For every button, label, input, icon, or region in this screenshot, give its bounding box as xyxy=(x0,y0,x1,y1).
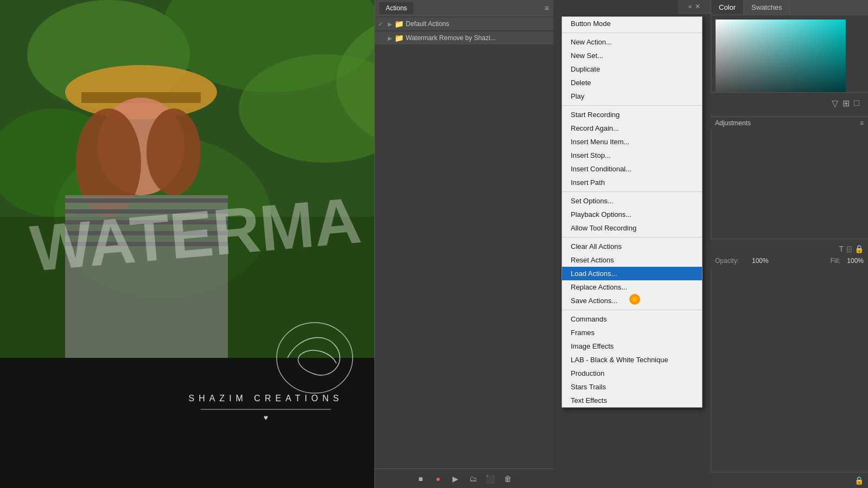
menu-item-frames[interactable]: Frames xyxy=(562,326,702,339)
menu-item-allow-tool-recording[interactable]: Allow Tool Recording xyxy=(562,221,702,235)
menu-item-commands[interactable]: Commands xyxy=(562,312,702,326)
transform-icon[interactable]: ⌹ xyxy=(847,245,851,253)
right-panel: Color Swatches ▽ ⊞ □ Adjustments xyxy=(711,0,868,488)
menu-item-delete[interactable]: Delete xyxy=(562,76,702,89)
record-button[interactable]: ● xyxy=(433,473,444,484)
divider-1 xyxy=(562,33,702,33)
menu-item-play[interactable]: Play xyxy=(562,89,702,103)
svg-text:SHAZIM CREATIONS: SHAZIM CREATIONS xyxy=(188,394,343,403)
new-set-button[interactable]: 🗂 xyxy=(468,473,478,484)
folder-icon-watermark: 📁 xyxy=(394,34,404,42)
menu-item-button-mode[interactable]: Button Mode xyxy=(562,17,702,30)
fill-value[interactable]: 100% xyxy=(847,257,864,265)
menu-item-playback-options[interactable]: Playback Options... xyxy=(562,208,702,221)
menu-item-image-effects[interactable]: Image Effects xyxy=(562,339,702,353)
opacity-label: Opacity: xyxy=(715,257,748,265)
menu-item-load-actions[interactable]: Load Actions... xyxy=(562,267,702,280)
adjustments-menu[interactable]: ≡ xyxy=(860,119,864,127)
tab-color[interactable]: Color xyxy=(711,0,744,15)
divider-3 xyxy=(562,191,702,192)
svg-text:♥: ♥ xyxy=(264,413,268,422)
divider-2 xyxy=(562,105,702,106)
menu-item-insert-path[interactable]: Insert Path xyxy=(562,176,702,189)
delete-button[interactable]: 🗑 xyxy=(502,473,513,484)
text-tool-icon[interactable]: T xyxy=(839,245,844,253)
triangle-icon[interactable]: ▽ xyxy=(832,98,838,108)
menu-item-clear-all[interactable]: Clear All Actions xyxy=(562,240,702,253)
lock-icon[interactable]: 🔒 xyxy=(854,245,864,253)
menu-item-insert-menu[interactable]: Insert Menu Item... xyxy=(562,135,702,149)
play-button[interactable]: ▶ xyxy=(450,473,461,484)
lock-footer-icon[interactable]: 🔒 xyxy=(854,476,864,485)
action-check-watermark: ✓ xyxy=(378,35,386,42)
action-check-default: ✓ xyxy=(378,21,386,28)
menu-item-replace-actions[interactable]: Replace Actions... xyxy=(562,280,702,294)
actions-panel-header: Actions ≡ xyxy=(375,0,553,16)
menu-item-new-action[interactable]: New Action... xyxy=(562,35,702,49)
action-group-default[interactable]: ✓ ▶ 📁 Default Actions xyxy=(375,17,553,30)
right-panel-tabs: Color Swatches xyxy=(711,0,868,15)
svg-point-13 xyxy=(146,108,201,195)
action-name-default: Default Actions xyxy=(406,20,550,28)
menu-item-duplicate[interactable]: Duplicate xyxy=(562,62,702,76)
dropdown-menu: Button Mode New Action... New Set... Dup… xyxy=(561,16,703,408)
divider-5 xyxy=(562,310,702,310)
tab-swatches[interactable]: Swatches xyxy=(744,0,790,15)
menu-item-stars-trails[interactable]: Stars Trails xyxy=(562,380,702,394)
collapse-button[interactable]: « xyxy=(688,3,692,10)
menu-item-set-options[interactable]: Set Options... xyxy=(562,194,702,208)
menu-item-insert-stop[interactable]: Insert Stop... xyxy=(562,149,702,162)
menu-item-insert-conditional[interactable]: Insert Conditional... xyxy=(562,162,702,176)
menu-item-new-set[interactable]: New Set... xyxy=(562,49,702,62)
opacity-row: Opacity: 100% Fill: 100% xyxy=(715,255,864,266)
panel-footer: 🔒 xyxy=(711,472,868,488)
action-group-watermark[interactable]: ✓ ▶ 📁 Watermark Remove by Shazi... xyxy=(375,31,553,44)
adjustments-label: Adjustments xyxy=(715,119,751,127)
action-name-watermark: Watermark Remove by Shazi... xyxy=(406,34,550,42)
actions-panel-content: ✓ ▶ 📁 Default Actions ✓ ▶ 📁 Watermark Re… xyxy=(375,16,553,468)
actions-tab[interactable]: Actions xyxy=(379,2,413,14)
adjustment-icons: ▽ ⊞ □ xyxy=(711,92,868,114)
divider-4 xyxy=(562,237,702,237)
panel-menu-icon[interactable]: ≡ xyxy=(545,4,549,12)
opacity-value[interactable]: 100% xyxy=(752,257,769,265)
menu-item-save-actions[interactable]: Save Actions... xyxy=(562,294,702,307)
actions-panel: Actions ≡ ✓ ▶ 📁 Default Actions ✓ ▶ 📁 Wa… xyxy=(374,0,553,488)
layer-properties: T ⌹ 🔒 Opacity: 100% Fill: 100% xyxy=(711,239,868,269)
menu-item-text-effects[interactable]: Text Effects xyxy=(562,394,702,407)
new-action-button[interactable]: ⬛ xyxy=(485,473,496,484)
close-button[interactable]: ✕ xyxy=(695,3,700,10)
adjustments-header: Adjustments ≡ xyxy=(711,117,868,129)
square-icon[interactable]: □ xyxy=(854,98,859,108)
expand-arrow-default[interactable]: ▶ xyxy=(388,21,392,27)
fill-label: Fill: xyxy=(831,257,841,265)
menu-item-reset-actions[interactable]: Reset Actions xyxy=(562,253,702,267)
menu-item-production[interactable]: Production xyxy=(562,367,702,380)
folder-icon-default: 📁 xyxy=(394,20,404,28)
expand-arrow-watermark[interactable]: ▶ xyxy=(388,35,392,41)
menu-item-record-again[interactable]: Record Again... xyxy=(562,121,702,135)
window-controls: « ✕ xyxy=(678,0,711,14)
stop-button[interactable]: ■ xyxy=(416,473,426,484)
menu-item-start-recording[interactable]: Start Recording xyxy=(562,108,702,121)
grid-icon[interactable]: ⊞ xyxy=(843,98,850,108)
menu-item-lab-bw[interactable]: LAB - Black & White Technique xyxy=(562,353,702,367)
actions-toolbar: ■ ● ▶ 🗂 ⬛ 🗑 xyxy=(375,468,553,488)
